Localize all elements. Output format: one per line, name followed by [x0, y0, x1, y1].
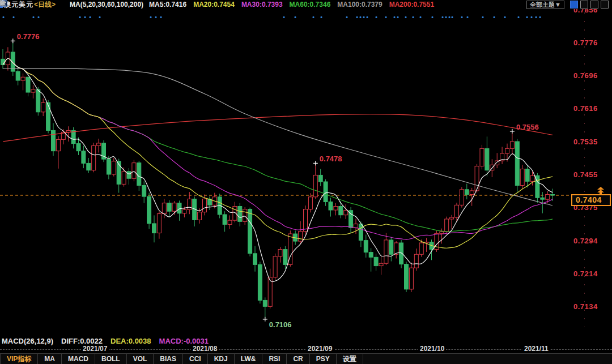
candle-down — [137, 163, 141, 186]
indicator-tab-VIP指标[interactable]: VIP指标 — [0, 354, 38, 364]
event-dot — [13, 16, 15, 18]
candle-up — [520, 169, 524, 186]
candle-up — [122, 172, 126, 184]
candle-down — [107, 159, 110, 174]
chart-type-icon[interactable] — [60, 1, 67, 8]
price-direction-arrow-icon — [596, 187, 605, 194]
ma-line-30 — [3, 58, 552, 239]
event-dot — [394, 16, 396, 18]
candle-down — [167, 203, 171, 211]
indicator-tab-设置[interactable]: 设置 — [337, 354, 363, 364]
event-dot — [461, 16, 463, 18]
indicator-tab-VOL[interactable]: VOL — [127, 354, 154, 364]
header-toolbar: 全部主题▼ — [526, 1, 612, 9]
candle-up — [132, 163, 136, 179]
ma-caption: MA(5,20,30,60,100,200) — [70, 1, 143, 8]
candle-up — [379, 263, 383, 265]
candle-down — [71, 130, 75, 143]
candle-up — [334, 206, 338, 210]
extreme-cross-marker — [510, 129, 515, 134]
event-dot — [99, 16, 101, 18]
candle-up — [530, 175, 534, 181]
candle-down — [258, 264, 262, 300]
time-axis-label: 2021/07 — [81, 345, 109, 353]
pan-axis-icon[interactable] — [590, 1, 598, 8]
indicator-tab-KDJ[interactable]: KDJ — [208, 354, 235, 364]
extreme-price-label: 0.7478 — [320, 155, 342, 163]
candle-up — [162, 203, 166, 214]
candle-down — [465, 190, 469, 195]
candle-down — [223, 215, 227, 224]
theme-selector-dropdown[interactable]: 全部主题▼ — [526, 1, 564, 9]
indicator-tab-MA[interactable]: MA — [38, 354, 62, 364]
candle-up — [198, 212, 202, 220]
trading-app-window: 0.77760.71060.74780.7556 澳元美元 <日线> MA(5,… — [0, 0, 612, 364]
price-axis-label: 0.7776 — [573, 38, 598, 47]
candle-down — [26, 77, 30, 92]
candle-up — [409, 268, 413, 289]
candle-down — [485, 148, 489, 170]
event-dot — [467, 16, 469, 18]
indicator-tab-BIAS[interactable]: BIAS — [154, 354, 183, 364]
candle-down — [127, 172, 131, 178]
event-dot — [90, 16, 91, 18]
pan-right-icon[interactable] — [601, 1, 609, 8]
candle-up — [308, 197, 312, 209]
event-dot — [38, 16, 40, 18]
candle-up — [480, 148, 484, 166]
event-dot — [442, 16, 444, 18]
crosshair-icon[interactable] — [570, 1, 578, 8]
ma-value-ma5: MA5:0.7416 — [149, 1, 186, 8]
ma-value-ma20: MA20:0.7454 — [193, 1, 235, 8]
indicator-tab-LW&[interactable]: LW& — [235, 354, 263, 364]
event-dot — [518, 16, 520, 18]
price-axis-label: 0.7214 — [573, 269, 598, 277]
extreme-price-label: 0.7776 — [17, 32, 40, 41]
candle-down — [400, 243, 403, 264]
candle-down — [515, 142, 519, 186]
candle-down — [87, 163, 91, 170]
candle-down — [525, 169, 529, 182]
candle-up — [313, 175, 317, 196]
macd-indicator-row: MACD(26,12,9) DIFF:0.0022 DEA:0.0038 MAC… — [0, 337, 612, 345]
event-dot — [397, 16, 399, 18]
indicator-tab-BOLL[interactable]: BOLL — [95, 354, 127, 364]
indicator-tab-CCI[interactable]: CCI — [183, 354, 208, 364]
indicator-tab-RSI[interactable]: RSI — [262, 354, 287, 364]
indicator-tab-PSY[interactable]: PSY — [310, 354, 337, 364]
event-dot — [445, 16, 447, 18]
extreme-cross-marker — [313, 161, 318, 165]
event-dot — [526, 16, 528, 18]
candle-up — [475, 166, 479, 190]
candle-up — [450, 217, 454, 219]
event-dot — [385, 16, 387, 18]
indicator-tab-MACD[interactable]: MACD — [62, 354, 95, 364]
candle-up — [243, 209, 247, 222]
price-axis-label: 0.7455 — [573, 170, 598, 178]
candle-down — [238, 206, 242, 221]
candle-up — [384, 240, 388, 263]
event-dot — [420, 16, 422, 18]
event-dot — [452, 16, 453, 18]
ma-value-ma200: MA200:0.7551 — [389, 1, 434, 8]
candle-down — [318, 175, 322, 182]
candle-up — [31, 89, 35, 92]
candle-down — [263, 300, 267, 306]
ma-value-ma60: MA60:0.7346 — [290, 1, 331, 8]
ma-line-60 — [3, 58, 552, 232]
indicator-tab-CR[interactable]: CR — [287, 354, 309, 364]
event-dot — [539, 16, 541, 18]
chart-header: 澳元美元 <日线> MA(5,20,30,60,100,200) MA5:0.7… — [0, 0, 612, 9]
symbol-name: 澳元美元 — [4, 0, 33, 10]
macd-dea-value: DEA:0.0038 — [110, 337, 151, 345]
event-dot — [160, 16, 162, 18]
zoom-axis-icon[interactable] — [580, 1, 588, 8]
candle-up — [344, 211, 348, 215]
event-dot — [155, 16, 157, 18]
candle-up — [92, 145, 96, 170]
candle-up — [414, 254, 418, 268]
time-axis-label: 2021/10 — [418, 345, 446, 353]
event-dot — [413, 16, 414, 18]
time-axis-label: 2021/09 — [306, 345, 334, 353]
event-dot — [313, 16, 314, 18]
